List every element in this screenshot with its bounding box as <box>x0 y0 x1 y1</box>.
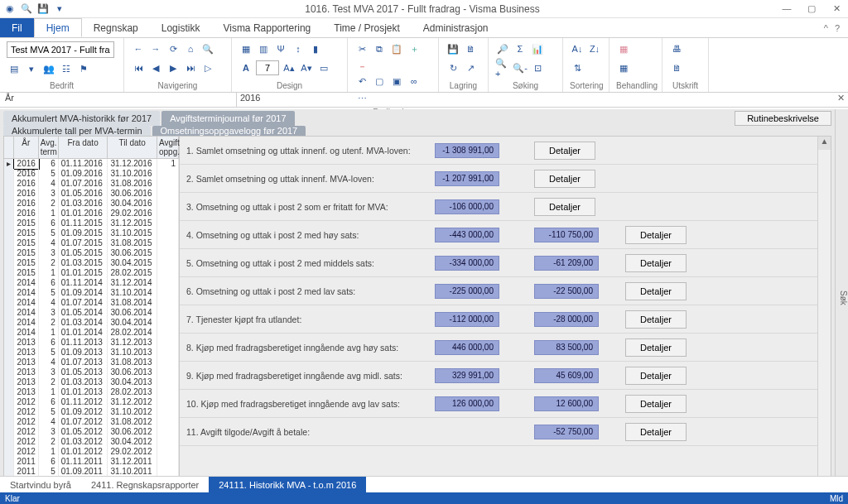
page-tab-avgiftsterminjournal[interactable]: Avgiftsterminjournal før 2017 <box>161 111 294 126</box>
detaljer-button[interactable]: Detaljer <box>625 254 687 272</box>
help-icon[interactable]: ? <box>835 23 840 33</box>
table-row[interactable]: 2012201.03.201230.04.2012 <box>4 437 179 447</box>
detaljer-button[interactable]: Detaljer <box>625 282 687 300</box>
copy-icon[interactable]: ⧉ <box>372 41 387 56</box>
table-row[interactable]: 2012101.01.201229.02.2012 <box>4 447 179 457</box>
table-row[interactable]: 2016301.05.201630.06.2016 <box>4 189 179 199</box>
table-row[interactable]: 2016201.03.201630.04.2016 <box>4 199 179 209</box>
table-row[interactable]: 2012401.07.201231.08.2012 <box>4 417 179 427</box>
table-row[interactable]: 2016101.01.201629.02.2016 <box>4 209 179 218</box>
table-row[interactable]: 2013601.11.201331.12.2013 <box>4 338 179 348</box>
saveall-icon[interactable]: 🗎 <box>463 41 478 56</box>
collapse-ribbon-icon[interactable]: ^ <box>824 23 828 33</box>
back-icon[interactable]: ← <box>131 41 146 56</box>
save-icon[interactable]: 💾 <box>36 2 50 16</box>
page-tab-omsetningsoppgavelogg[interactable]: Omsetningsoppgavelogg før 2017 <box>152 126 306 136</box>
cut-icon[interactable]: ✂ <box>354 41 369 56</box>
table-row[interactable]: 2013201.03.201330.04.2013 <box>4 377 179 387</box>
tab-administrasjon[interactable]: Administrasjon <box>412 18 500 37</box>
col-from[interactable]: Fra dato <box>59 137 108 158</box>
rutinebeskrivelse-button[interactable]: Rutinebeskrivelse <box>735 111 831 126</box>
next-icon[interactable]: ▶ <box>166 60 181 75</box>
print-icon[interactable]: 🖶 <box>669 41 684 56</box>
close-button[interactable]: ✕ <box>828 3 845 14</box>
edit-icon[interactable]: ▣ <box>389 74 404 89</box>
tab-visma-rapportering[interactable]: Visma Rapportering <box>211 18 322 37</box>
col-year[interactable]: År <box>14 137 39 158</box>
table-row[interactable]: 2015201.03.201530.04.2015 <box>4 258 179 268</box>
first-icon[interactable]: ⏮ <box>131 60 146 75</box>
sort-desc-icon[interactable]: Z↓ <box>587 41 602 56</box>
btab-historikk-mva[interactable]: 24111. Historikk MVA - t.o.m 2016 <box>209 477 366 492</box>
table-row[interactable]: 2015301.05.201530.06.2015 <box>4 248 179 258</box>
table-row[interactable]: 2015601.11.201531.12.2015 <box>4 218 179 228</box>
table-row[interactable]: 2014201.03.201430.04.2014 <box>4 318 179 328</box>
sigma-icon[interactable]: Σ <box>513 41 528 56</box>
export-icon[interactable]: ↗ <box>463 60 478 75</box>
flag-icon[interactable]: ⚑ <box>76 61 91 76</box>
new-row-icon[interactable]: ＋ <box>407 41 422 56</box>
column-icon[interactable]: ▮ <box>308 41 323 56</box>
zoom-fit-icon[interactable]: ⊡ <box>530 60 545 75</box>
table-row[interactable]: 2014101.01.201428.02.2014 <box>4 328 179 338</box>
table-row[interactable]: 2012301.05.201230.06.2012 <box>4 427 179 437</box>
process-icon[interactable]: ▦ <box>616 41 631 56</box>
minimize-button[interactable]: — <box>778 3 795 14</box>
tab-fil[interactable]: Fil <box>0 18 34 37</box>
detaljer-button[interactable]: Detaljer <box>625 226 687 244</box>
tab-regnskap[interactable]: Regnskap <box>82 18 150 37</box>
qat-dropdown-icon[interactable]: ▾ <box>53 2 66 16</box>
detaljer-button[interactable]: Detaljer <box>534 142 595 160</box>
table-row[interactable]: 2016401.07.201631.08.2016 <box>4 179 179 189</box>
font-large-icon[interactable]: A <box>238 60 253 75</box>
zoom-icon[interactable]: 🔍 <box>20 2 33 16</box>
table-row[interactable]: 2014401.07.201431.08.2014 <box>4 298 179 308</box>
table-row[interactable]: 2013301.05.201330.06.2013 <box>4 367 179 377</box>
play-icon[interactable]: ▷ <box>200 60 215 75</box>
scrollbar[interactable]: ▲ ▼ <box>817 137 831 497</box>
layout1-icon[interactable]: ▦ <box>238 41 253 56</box>
table-row[interactable]: 2014501.09.201431.10.2014 <box>4 288 179 298</box>
page-tab-akkumulerte-tall[interactable]: Akkumulerte tall per MVA-termin <box>3 126 151 136</box>
col-term[interactable]: Avg. term <box>39 137 59 158</box>
prev-icon[interactable]: ◀ <box>148 60 163 75</box>
table-row[interactable]: 2015501.09.201531.10.2015 <box>4 228 179 238</box>
detaljer-button[interactable]: Detaljer <box>625 367 687 385</box>
table-row[interactable]: 2012601.11.201231.12.2012 <box>4 397 179 407</box>
zoom-minus-icon[interactable]: 🔍- <box>513 60 528 75</box>
link-icon[interactable]: ∞ <box>407 74 422 89</box>
btab-regnskapsrapporter[interactable]: 2411. Regnskapsrapporter <box>81 477 209 492</box>
search-icon[interactable]: 🔎 <box>495 41 510 56</box>
sort-icon[interactable]: ↕ <box>291 41 306 56</box>
btab-startvindu[interactable]: Startvindu byrå <box>0 477 81 492</box>
detaljer-button[interactable]: Detaljer <box>534 170 595 188</box>
col-oppg[interactable]: Avgifts oppg.nr <box>157 137 179 158</box>
paste-icon[interactable]: 📋 <box>389 41 404 56</box>
detaljer-button[interactable]: Detaljer <box>625 338 687 357</box>
detaljer-button[interactable]: Detaljer <box>625 395 687 413</box>
discard-icon[interactable]: ↻ <box>446 60 460 75</box>
undo-icon[interactable]: ↶ <box>354 74 369 89</box>
table-row[interactable]: 2015401.07.201531.08.2015 <box>4 238 179 248</box>
font-small-icon[interactable]: A▴ <box>282 60 296 75</box>
save2-icon[interactable]: 💾 <box>446 41 460 56</box>
font-size-input[interactable] <box>256 60 279 75</box>
col-to[interactable]: Til dato <box>108 137 157 158</box>
table-row[interactable]: 2016501.09.201631.10.2016 <box>4 169 179 179</box>
table-row[interactable]: ▸2016601.11.201631.12.20161 <box>4 159 179 169</box>
tab-time-prosjekt[interactable]: Time / Prosjekt <box>322 18 412 37</box>
last-icon[interactable]: ⏭ <box>183 60 198 75</box>
zoom-plus-icon[interactable]: 🔍+ <box>495 60 510 75</box>
tab-logistikk[interactable]: Logistikk <box>150 18 212 37</box>
window-options-icon[interactable]: ▭ <box>316 60 331 75</box>
filter-icon[interactable]: Ψ <box>273 41 288 56</box>
scroll-up-icon[interactable]: ▲ <box>818 137 831 150</box>
table-row[interactable]: 2011601.11.201131.12.2011 <box>4 457 179 467</box>
document-icon[interactable]: ▤ <box>7 61 22 76</box>
table-row[interactable]: 2013401.07.201331.08.2013 <box>4 358 179 367</box>
side-panel-sok[interactable]: Søk <box>835 109 848 481</box>
year-close-icon[interactable]: ✕ <box>833 93 848 107</box>
delete-row-icon[interactable]: － <box>354 59 369 74</box>
detaljer-button[interactable]: Detaljer <box>625 310 687 329</box>
table-row[interactable]: 2013501.09.201331.10.2013 <box>4 348 179 358</box>
